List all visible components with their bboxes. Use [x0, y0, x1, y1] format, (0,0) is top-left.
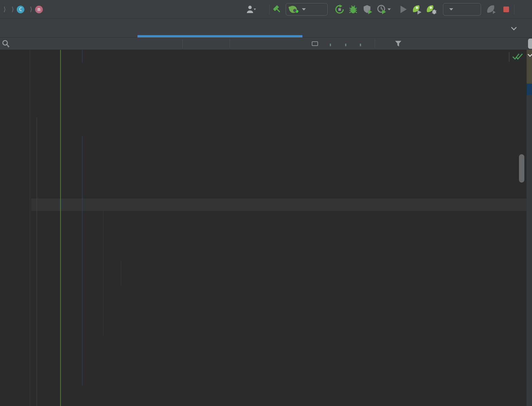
gutter-divider [30, 50, 30, 406]
chevron-right-icon: ⟩ [3, 6, 6, 13]
findbar-separator [230, 39, 230, 48]
play-icon [400, 5, 408, 14]
bug-icon [349, 5, 358, 14]
method-icon: m [35, 6, 43, 13]
breadcrumb: ⟩ ⟩ C ⟩ m [1, 0, 45, 19]
caret-line-highlight [31, 198, 527, 211]
right-rail-selection [527, 84, 532, 95]
run-disabled-button[interactable] [398, 4, 409, 15]
right-rail-track [527, 95, 532, 406]
rail-button[interactable] [528, 39, 532, 49]
search-icon [2, 39, 10, 48]
run-configuration-select[interactable] [286, 3, 328, 16]
rerun-button[interactable] [334, 4, 345, 15]
main-toolbar: ⟩ ⟩ C ⟩ m [0, 0, 532, 19]
rocket-gray-icon [486, 4, 497, 14]
build-button[interactable] [272, 4, 283, 15]
clock-play-icon [377, 5, 387, 14]
chevron-down-icon [302, 8, 306, 10]
shield-play-icon [363, 5, 373, 14]
editor-tab-bar [0, 19, 532, 37]
search-options-button[interactable] [2, 37, 10, 50]
chevron-down-icon [387, 9, 391, 10]
rocket-play-icon [412, 4, 423, 14]
inspections-ok-button[interactable] [512, 52, 523, 62]
hammer-icon [272, 5, 282, 14]
scrollbar-thumb[interactable] [519, 154, 524, 183]
jrebel-select[interactable] [443, 3, 481, 16]
select-all-matches-button[interactable] [312, 37, 318, 50]
right-rail-olive [527, 50, 532, 84]
rerun-icon [335, 5, 344, 14]
add-occurrence-button[interactable]: ‖ [329, 37, 331, 50]
jrebel-run-button[interactable] [412, 4, 423, 15]
class-icon: C [17, 6, 24, 13]
rocket-bug-icon [426, 4, 437, 14]
filter-search-button[interactable] [395, 37, 402, 50]
exclude-toggle[interactable]: ‖ [359, 37, 361, 50]
chevron-down-icon[interactable] [528, 53, 532, 56]
right-rail-top [527, 37, 532, 50]
indent-guide [103, 211, 103, 336]
stop-button[interactable] [501, 4, 512, 15]
columns-icon: ‖ [360, 43, 361, 47]
spring-boot-icon [289, 5, 298, 14]
columns-icon: ‖ [330, 43, 331, 47]
tab-overflow-button[interactable] [512, 26, 516, 29]
columns-icon: ‖ [345, 43, 346, 47]
vcs-added-stripe [60, 50, 61, 406]
fold-connector-line [37, 117, 37, 406]
find-bar: ‖ ‖ ‖ [0, 37, 527, 50]
funnel-icon [395, 40, 402, 47]
chevron-right-icon: ⟩ [30, 6, 32, 13]
double-check-icon [512, 52, 523, 61]
active-tab-underline [137, 35, 302, 37]
reader-mode-separator [509, 52, 509, 62]
user-icon [246, 5, 256, 14]
selection-box-icon [312, 41, 318, 46]
findbar-separator [183, 39, 183, 48]
code-editor[interactable] [0, 50, 532, 406]
user-dropdown-button[interactable] [245, 4, 257, 15]
chevron-down-icon [449, 8, 453, 10]
jrebel-disabled-button[interactable] [486, 4, 497, 15]
indent-guide [82, 50, 82, 63]
remove-occurrence-button[interactable]: ‖ [345, 37, 346, 50]
debug-button[interactable] [347, 4, 359, 15]
findbar-separator [375, 39, 375, 48]
chevron-down-icon [511, 25, 517, 30]
jrebel-debug-button[interactable] [426, 4, 437, 15]
profiler-button[interactable] [376, 4, 392, 15]
stop-icon [503, 7, 509, 12]
indent-guide [82, 136, 82, 386]
run-with-coverage-button[interactable] [362, 4, 374, 15]
chevron-right-icon: ⟩ [12, 6, 14, 13]
toolbar-separator [514, 5, 514, 14]
indent-guide [121, 261, 121, 286]
toolbar-separator [269, 5, 270, 14]
